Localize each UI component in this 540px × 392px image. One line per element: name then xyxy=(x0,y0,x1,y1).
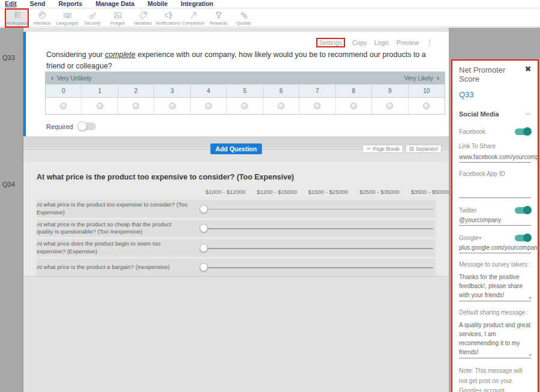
slider-row: At what price is the product a bargain? … xyxy=(37,259,436,276)
chevron-right-icon[interactable]: › xyxy=(437,74,439,82)
menu-integration[interactable]: Integration xyxy=(181,0,213,8)
section-social-media[interactable]: Social Media xyxy=(459,109,531,119)
message-textarea[interactable]: Thanks for the positive feedback!, pleas… xyxy=(459,273,531,301)
slider-handle[interactable] xyxy=(200,244,208,252)
tag-icon xyxy=(139,11,148,20)
key-icon xyxy=(88,11,97,20)
question-text-q33[interactable]: Considering your complete experience wit… xyxy=(46,49,433,73)
nps-option-cell xyxy=(154,97,190,114)
link-to-share-input[interactable]: www.facebook.com/yourcompany xyxy=(459,154,531,163)
question-card-q33[interactable]: Settings Copy Logic Preview ⋮ Considerin… xyxy=(23,32,449,136)
facebook-toggle[interactable] xyxy=(515,128,531,135)
add-question-button[interactable]: Add Question xyxy=(210,143,262,154)
page-break-button[interactable]: Page Break xyxy=(362,145,403,153)
google-plus-label: Google+ xyxy=(459,235,482,241)
slider-handle[interactable] xyxy=(200,205,208,213)
radio-button[interactable] xyxy=(241,103,248,109)
sharing-message-label: Default sharing message : xyxy=(459,309,531,317)
radio-button[interactable] xyxy=(205,103,212,109)
tool-notifications[interactable]: Notifications xyxy=(156,8,180,28)
nps-number: 0 xyxy=(46,84,82,97)
radio-button[interactable] xyxy=(386,103,393,109)
logic-button[interactable]: Logic xyxy=(374,39,389,46)
message-text: Thanks for the positive feedback!, pleas… xyxy=(459,274,523,298)
slider-row: At what price is the product so cheap th… xyxy=(37,220,436,238)
tool-label: Images xyxy=(110,20,125,26)
panel-question-ref[interactable]: Q33 xyxy=(459,90,531,99)
tool-rewards[interactable]: Rewards xyxy=(206,8,230,28)
nps-number: 2 xyxy=(118,84,154,97)
facebook-app-id-input[interactable] xyxy=(459,190,531,198)
resize-grip-icon[interactable]: ◢ xyxy=(528,295,531,300)
tool-interface[interactable]: Interface xyxy=(30,8,54,28)
preview-button[interactable]: Preview xyxy=(397,39,419,46)
google-note: Note: This message will not get post on … xyxy=(459,366,531,392)
required-label: Required xyxy=(46,123,73,130)
copy-button[interactable]: Copy xyxy=(352,39,367,46)
chevron-left-icon[interactable]: ‹ xyxy=(51,74,53,82)
toggle-knob xyxy=(77,121,87,131)
menu-reports[interactable]: Reports xyxy=(59,0,83,8)
nps-scale-header: ‹Very Unlikely Very Likely› xyxy=(46,72,445,84)
resize-grip-icon[interactable]: ◢ xyxy=(528,352,531,357)
slider-track xyxy=(203,228,433,229)
separator-button[interactable]: Separator xyxy=(406,145,442,153)
price-column: $2500 - $35000 xyxy=(354,188,406,195)
slider-rows: At what price is the product too expensi… xyxy=(37,200,436,276)
radio-button[interactable] xyxy=(278,103,284,109)
price-slider[interactable] xyxy=(200,204,433,214)
menu-edit[interactable]: Edit xyxy=(5,0,17,8)
tool-quotas[interactable]: Quotas xyxy=(232,8,256,28)
tool-images[interactable]: Images xyxy=(106,8,130,28)
menu-mobile[interactable]: Mobile xyxy=(148,0,167,8)
wand-icon xyxy=(189,11,198,20)
twitter-handle-input[interactable]: @yourcompany xyxy=(459,217,531,226)
radio-button[interactable] xyxy=(97,103,103,109)
tool-label: Variables xyxy=(134,20,152,26)
price-column: $1500 - $25000 xyxy=(302,188,354,195)
trophy-icon xyxy=(214,11,223,20)
workspace-icon xyxy=(13,11,22,20)
nps-number: 5 xyxy=(227,84,263,97)
close-icon[interactable]: ✖ xyxy=(525,65,531,73)
tool-security[interactable]: Security xyxy=(80,8,104,28)
radio-button[interactable] xyxy=(314,103,320,109)
nps-option-cell xyxy=(82,97,118,114)
price-slider[interactable] xyxy=(200,262,433,272)
slider-handle[interactable] xyxy=(200,224,208,232)
price-slider[interactable] xyxy=(200,243,433,253)
separator-icon xyxy=(409,146,414,151)
radio-button[interactable] xyxy=(133,103,139,109)
survey-canvas: Settings Copy Logic Preview ⋮ Considerin… xyxy=(23,28,449,392)
nps-radio-row xyxy=(46,97,445,114)
chevron-down-icon[interactable] xyxy=(524,109,531,119)
google-plus-url-input[interactable]: plus.google.com/yourcompany xyxy=(459,244,531,253)
question-card-q34[interactable]: At what price is the product too expensi… xyxy=(23,162,449,277)
menu-manage-data[interactable]: Manage Data xyxy=(95,0,134,8)
sharing-text: A quality product and great services, I … xyxy=(459,322,530,355)
slider-handle[interactable] xyxy=(200,263,208,271)
google-plus-toggle[interactable] xyxy=(515,235,531,241)
twitter-toggle[interactable] xyxy=(515,207,531,214)
radio-button[interactable] xyxy=(423,103,430,109)
settings-button[interactable]: Settings xyxy=(316,38,345,47)
tool-languages[interactable]: Languages xyxy=(55,8,79,28)
menu-send[interactable]: Send xyxy=(30,0,46,8)
price-slider[interactable] xyxy=(200,223,433,233)
radio-button[interactable] xyxy=(60,103,67,109)
tool-label: Workspace xyxy=(5,20,28,26)
radio-button[interactable] xyxy=(350,103,357,109)
more-options-icon[interactable]: ⋮ xyxy=(426,38,433,47)
required-toggle[interactable] xyxy=(78,122,96,130)
price-column: $1200 - $15000 xyxy=(251,188,303,195)
tool-variables[interactable]: Variables xyxy=(131,8,155,28)
nps-option-cell xyxy=(46,97,82,114)
price-column: $3500 - $50000 xyxy=(405,188,449,195)
tool-workspace[interactable]: Workspace xyxy=(5,8,29,28)
nps-option-cell xyxy=(336,97,372,114)
slider-track xyxy=(203,267,433,268)
radio-button[interactable] xyxy=(169,103,176,109)
sharing-message-textarea[interactable]: A quality product and great services, I … xyxy=(459,321,531,358)
tool-completion[interactable]: Completion xyxy=(181,8,205,28)
tool-label: Interface xyxy=(33,20,50,26)
